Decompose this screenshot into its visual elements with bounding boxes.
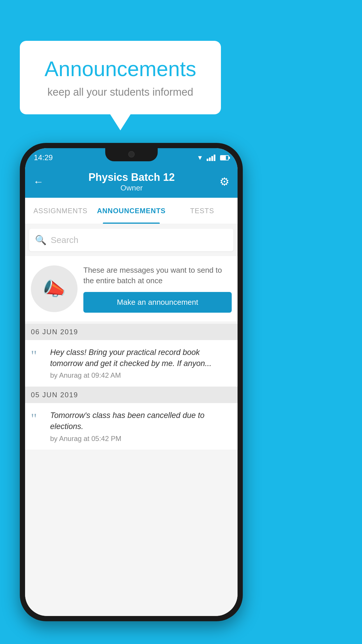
content-area: 🔍 Search 📣 These are messages you want t… xyxy=(25,224,238,616)
announcement-item-1[interactable]: " Hey class! Bring your practical record… xyxy=(25,340,238,387)
speech-bubble-subtitle: keep all your students informed xyxy=(37,86,203,98)
quote-icon-2: " xyxy=(31,411,45,426)
search-bar[interactable]: 🔍 Search xyxy=(29,229,233,251)
wifi-icon: ▼ xyxy=(197,154,203,162)
signal-icon xyxy=(207,155,215,161)
phone-camera xyxy=(128,151,135,158)
status-icons: ▼ xyxy=(197,154,229,162)
status-time: 14:29 xyxy=(34,153,53,162)
cta-description: These are messages you want to send to t… xyxy=(83,265,232,286)
speech-bubble: Announcements keep all your students inf… xyxy=(20,41,221,114)
announcement-content-1: Hey class! Bring your practical record b… xyxy=(50,347,232,380)
phone-screen: 14:29 ▼ ← xyxy=(25,148,238,616)
date-divider-1: 06 JUN 2019 xyxy=(25,324,238,340)
battery-icon xyxy=(220,155,229,160)
megaphone-circle: 📣 xyxy=(31,265,78,312)
announcement-text-1: Hey class! Bring your practical record b… xyxy=(50,347,232,369)
phone-outer: 14:29 ▼ ← xyxy=(20,143,243,621)
back-button[interactable]: ← xyxy=(33,176,44,188)
cta-right: These are messages you want to send to t… xyxy=(83,265,232,313)
tab-tests[interactable]: TESTS xyxy=(167,198,238,224)
speech-bubble-title: Announcements xyxy=(37,57,203,81)
megaphone-icon: 📣 xyxy=(43,278,66,300)
speech-bubble-arrow xyxy=(110,114,131,130)
tab-announcements[interactable]: ANNOUNCEMENTS xyxy=(96,198,167,224)
quote-icon-1: " xyxy=(31,348,45,363)
settings-button[interactable]: ⚙ xyxy=(219,175,229,188)
app-bar-center: Physics Batch 12 Owner xyxy=(88,171,175,192)
announcement-cta: 📣 These are messages you want to send to… xyxy=(25,256,238,321)
announcement-meta-2: by Anurag at 05:42 PM xyxy=(50,435,232,443)
make-announcement-button[interactable]: Make an announcement xyxy=(83,292,232,313)
date-divider-2: 05 JUN 2019 xyxy=(25,387,238,403)
announcement-meta-1: by Anurag at 09:42 AM xyxy=(50,371,232,379)
batch-subtitle: Owner xyxy=(88,183,175,192)
phone-notch xyxy=(105,148,158,161)
announcement-item-2[interactable]: " Tomorrow's class has been cancelled du… xyxy=(25,403,238,450)
search-icon: 🔍 xyxy=(35,235,47,246)
app-bar: ← Physics Batch 12 Owner ⚙ xyxy=(25,166,238,198)
announcement-content-2: Tomorrow's class has been cancelled due … xyxy=(50,410,232,443)
speech-bubble-container: Announcements keep all your students inf… xyxy=(20,41,221,130)
phone-container: 14:29 ▼ ← xyxy=(20,143,243,621)
announcement-text-2: Tomorrow's class has been cancelled due … xyxy=(50,410,232,432)
tabs-container: ASSIGNMENTS ANNOUNCEMENTS TESTS xyxy=(25,198,238,224)
tab-assignments[interactable]: ASSIGNMENTS xyxy=(25,198,96,224)
batch-title: Physics Batch 12 xyxy=(88,171,175,183)
search-placeholder: Search xyxy=(51,235,78,245)
